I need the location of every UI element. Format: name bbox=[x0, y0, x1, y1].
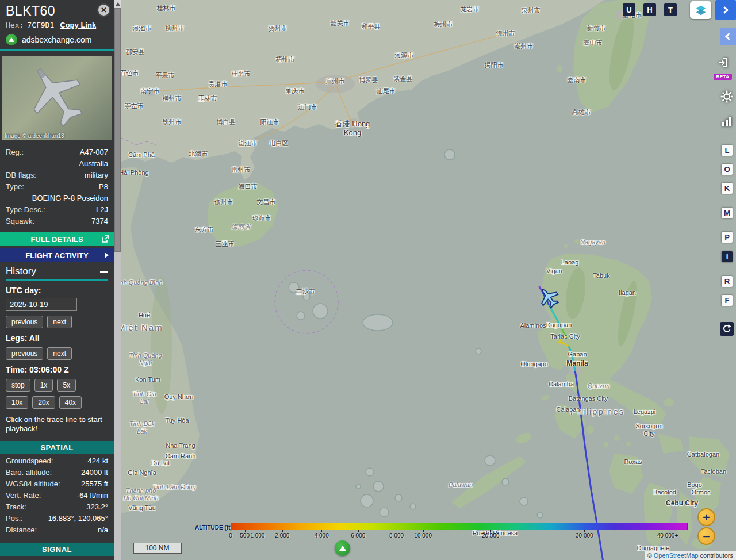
map-key-p[interactable]: P bbox=[722, 232, 733, 243]
speed-button-40x[interactable]: 40x bbox=[59, 396, 82, 409]
spatial-row: Vert. Rate:-64 ft/min bbox=[6, 490, 108, 501]
date-input[interactable] bbox=[6, 298, 77, 311]
info-row: BOEING P-8 Poseidon bbox=[6, 192, 108, 204]
legs-previous-button[interactable]: previous bbox=[6, 347, 43, 360]
map-key-m[interactable]: M bbox=[722, 208, 733, 218]
flight-trace[interactable] bbox=[559, 338, 568, 346]
expand-panel-button[interactable] bbox=[715, 0, 736, 20]
aircraft-info-rows: Reg.:A47-007AustraliaDB flags:militaryTy… bbox=[6, 146, 108, 227]
spatial-row: Distance:n/a bbox=[6, 524, 108, 536]
map-button-t[interactable]: T bbox=[664, 3, 677, 16]
spatial-value: -64 ft/min bbox=[77, 491, 108, 500]
hex-row: Hex:7CF9D1Copy Link bbox=[0, 19, 114, 29]
zoom-in-button[interactable]: + bbox=[697, 508, 715, 526]
speed-button-20x[interactable]: 20x bbox=[32, 396, 55, 409]
aircraft-photo[interactable]: Image © aideenkhan13 bbox=[2, 56, 112, 140]
altitude-legend-title: ALTITUDE (ft) bbox=[195, 524, 232, 531]
speed-button-stop[interactable]: stop bbox=[6, 379, 30, 392]
info-row: DB flags:military bbox=[6, 169, 108, 181]
info-value: A47-007 bbox=[24, 148, 108, 156]
hex-value: 7CF9D1 bbox=[27, 21, 54, 29]
sign-in-icon bbox=[718, 57, 728, 68]
beta-feature-button[interactable]: BETA bbox=[711, 57, 734, 80]
legend-tick-label: 20 000 bbox=[482, 532, 500, 539]
flight-trace[interactable] bbox=[562, 329, 567, 338]
collapse-panel-button[interactable] bbox=[720, 28, 736, 45]
signal-header[interactable]: SIGNAL bbox=[0, 543, 114, 556]
spatial-value: n/a bbox=[98, 526, 108, 534]
legend-tick-label: 0 bbox=[229, 532, 232, 539]
spatial-row: Pos.:16.883°, 120.065° bbox=[6, 513, 108, 524]
layers-button[interactable] bbox=[690, 1, 711, 19]
scale-indicator: 100 NM bbox=[133, 543, 182, 554]
spatial-row: WGS84 altitude:25575 ft bbox=[6, 478, 108, 490]
legend-tick-label: 2 000 bbox=[275, 532, 289, 539]
time-label: Time: 03:06:00 Z bbox=[6, 365, 108, 374]
scrollbar-thumb[interactable] bbox=[114, 8, 121, 252]
flight-trace[interactable] bbox=[568, 346, 575, 370]
map-key-f[interactable]: F bbox=[722, 295, 733, 306]
spatial-value: 323.2° bbox=[86, 503, 108, 511]
attribution-link[interactable]: OpenStreetMap bbox=[654, 552, 699, 559]
day-previous-button[interactable]: previous bbox=[6, 316, 43, 328]
close-icon[interactable]: ✕ bbox=[97, 3, 110, 17]
zoom-out-button[interactable]: − bbox=[697, 527, 715, 545]
settings-button[interactable] bbox=[720, 90, 733, 105]
arrow-up-icon bbox=[116, 2, 120, 6]
info-row: Type Desc.:L2J bbox=[6, 204, 108, 215]
map-key-r[interactable]: R bbox=[722, 276, 733, 287]
hex-label: Hex: bbox=[6, 21, 24, 29]
spatial-value: 424 kt bbox=[88, 457, 108, 465]
spatial-header[interactable]: SPATIAL bbox=[0, 441, 114, 454]
spatial-label: Baro. altitude: bbox=[6, 468, 52, 477]
spatial-label: Track: bbox=[6, 503, 26, 511]
map-key-o[interactable]: O bbox=[722, 164, 733, 175]
legs-label: Legs: All bbox=[6, 333, 108, 343]
statistics-button[interactable] bbox=[722, 116, 733, 129]
adsbx-map-logo[interactable] bbox=[335, 540, 350, 556]
sidebar-scrollbar[interactable] bbox=[114, 0, 121, 560]
spatial-rows: Groundspeed:424 ktBaro. altitude:24000 f… bbox=[0, 454, 114, 536]
map-button-h[interactable]: H bbox=[643, 3, 656, 16]
callsign-title: BLKT60 bbox=[6, 3, 55, 19]
external-link-icon bbox=[102, 235, 109, 243]
scroll-up-button[interactable] bbox=[114, 0, 121, 8]
bar-chart-icon bbox=[722, 116, 733, 127]
history-header: History bbox=[6, 266, 108, 281]
adsbexchange-logo-icon bbox=[6, 34, 17, 45]
replay-button[interactable] bbox=[720, 322, 734, 336]
info-value: L2J bbox=[45, 205, 108, 214]
utc-day-label: UTC day: bbox=[6, 286, 108, 295]
map-key-i[interactable]: I bbox=[722, 251, 733, 262]
mountain-icon bbox=[339, 546, 346, 551]
legs-next-button[interactable]: next bbox=[47, 347, 72, 360]
flight-activity-button[interactable]: FLIGHT ACTIVITY bbox=[0, 248, 114, 262]
replay-icon bbox=[722, 324, 731, 333]
day-next-button[interactable]: next bbox=[47, 316, 72, 328]
info-row: Reg.:A47-007 bbox=[6, 146, 108, 158]
spatial-row: Baro. altitude:24000 ft bbox=[6, 467, 108, 478]
collapse-icon[interactable] bbox=[100, 271, 108, 273]
brand-row[interactable]: adsbexchange.com bbox=[0, 29, 114, 51]
playback-speed-row-1: stop1x5x bbox=[6, 379, 108, 392]
map-key-l[interactable]: L bbox=[722, 145, 733, 156]
info-value: BOEING P-8 Poseidon bbox=[6, 194, 108, 202]
flight-trace[interactable] bbox=[539, 287, 542, 291]
legend-tick-label: 40 000+ bbox=[657, 532, 678, 539]
speed-button-5x[interactable]: 5x bbox=[57, 379, 76, 392]
attribution-prefix: © bbox=[647, 552, 654, 559]
map[interactable]: 桂林市河池市柳州市贺州市韶关市和平县梅州市龙岩市漳州市泉州市都安县梧州市河源市潮… bbox=[121, 0, 736, 560]
flight-trace-layer[interactable] bbox=[121, 0, 736, 560]
map-key-k[interactable]: K bbox=[722, 183, 733, 194]
info-row: Squawk:7374 bbox=[6, 215, 108, 227]
brand-name: adsbexchange.com bbox=[22, 35, 91, 44]
altitude-legend: ALTITUDE (ft) 05001 0002 0004 0006 0008 … bbox=[195, 520, 694, 543]
copy-link-button[interactable]: Copy Link bbox=[60, 21, 96, 29]
speed-button-1x[interactable]: 1x bbox=[34, 379, 53, 392]
map-button-u[interactable]: U bbox=[623, 3, 635, 16]
legend-tick-label: 30 000 bbox=[576, 532, 593, 539]
spatial-row: Track:323.2° bbox=[6, 501, 108, 513]
attribution-suffix: contributors bbox=[698, 552, 733, 559]
full-details-button[interactable]: FULL DETAILS bbox=[0, 232, 114, 246]
speed-button-10x[interactable]: 10x bbox=[6, 396, 28, 409]
